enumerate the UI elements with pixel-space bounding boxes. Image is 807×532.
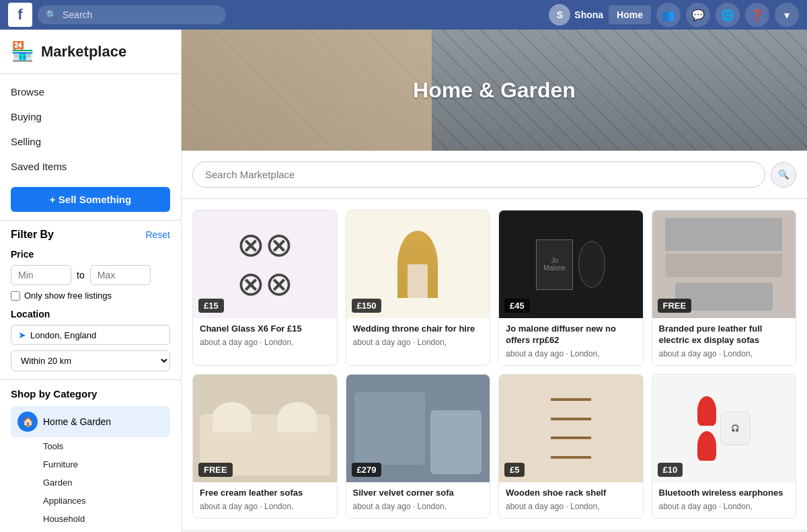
product-meta-4: about a day ago · London, <box>200 502 330 511</box>
product-title-5: Silver velvet corner sofa <box>353 488 484 499</box>
category-item-home-garden[interactable]: 🏠 Home & Garden <box>11 406 170 437</box>
product-meta-1: about a day ago · London, <box>353 338 484 347</box>
filter-header: Filter By Reset <box>11 229 170 241</box>
reset-filter-button[interactable]: Reset <box>145 229 170 240</box>
price-to-label: to <box>77 270 85 280</box>
sell-something-button[interactable]: + Sell Something <box>11 187 170 212</box>
help-icon[interactable]: ❓ <box>745 3 769 27</box>
sidebar-item-saved[interactable]: Saved Items <box>0 154 181 179</box>
marketplace-search-button[interactable]: 🔍 <box>771 162 796 188</box>
hero-left-panel <box>182 30 432 151</box>
sub-category-appliances[interactable]: Appliances <box>11 492 170 510</box>
marketplace-search-bar: 🔍 <box>182 151 807 199</box>
marketplace-title: Marketplace <box>41 43 126 61</box>
price-badge-6: £5 <box>504 463 525 477</box>
nav-left: f 🔍 <box>8 3 226 27</box>
product-meta-3: about a day ago · London, <box>659 349 790 358</box>
product-image-7: 🎧 £10 <box>652 375 796 482</box>
price-label: Price <box>11 249 170 260</box>
price-filter: Price to Only show free listings <box>11 249 170 301</box>
page-layout: 🏪 Marketplace Browse Buying Selling Save… <box>0 30 807 532</box>
product-image-0: ⊗⊗⊗⊗ £15 <box>193 211 337 318</box>
globe-icon[interactable]: 🌐 <box>716 3 740 27</box>
free-listings-label: Only show free listings <box>24 291 112 301</box>
product-title-1: Wedding throne chair for hire <box>353 324 484 335</box>
radius-select[interactable]: Within 20 km <box>11 350 170 371</box>
product-grid: ⊗⊗⊗⊗ £15 Chanel Glass X6 For £15 about a… <box>182 199 807 529</box>
product-card-1[interactable]: £150 Wedding throne chair for hire about… <box>346 210 491 366</box>
nav-right: S Shona Home 👥 💬 🌐 ❓ ▾ <box>549 3 799 27</box>
sidebar-item-buying[interactable]: Buying <box>0 104 181 129</box>
product-title-7: Bluetooth wireless earphones <box>659 488 790 499</box>
sidebar-item-selling[interactable]: Selling <box>0 129 181 154</box>
product-image-1: £150 <box>346 211 490 318</box>
global-search-bar[interactable]: 🔍 <box>38 5 226 24</box>
product-info-7: Bluetooth wireless earphones about a day… <box>652 482 796 518</box>
price-min-input[interactable] <box>11 265 71 285</box>
location-filter: Location ➤ Within 20 km <box>11 309 170 371</box>
price-badge-0: £15 <box>198 299 224 313</box>
home-button[interactable]: Home <box>609 5 651 24</box>
chanel-symbol: ⊗⊗⊗⊗ <box>237 225 293 303</box>
price-inputs: to <box>11 265 170 285</box>
price-badge-1: £150 <box>352 299 382 313</box>
product-image-2: JoMalone £45 <box>499 211 643 318</box>
marketplace-icon: 🏪 <box>11 40 34 63</box>
price-badge-5: £279 <box>352 463 382 477</box>
location-input-wrap[interactable]: ➤ <box>11 325 170 345</box>
global-search-input[interactable] <box>63 9 218 20</box>
location-label: Location <box>11 309 170 319</box>
friends-icon[interactable]: 👥 <box>656 3 681 27</box>
chevron-down-icon[interactable]: ▾ <box>775 3 799 27</box>
user-name: Shona <box>574 9 603 20</box>
product-title-0: Chanel Glass X6 For £15 <box>200 324 330 335</box>
product-meta-6: about a day ago · London, <box>506 502 636 511</box>
top-navigation: f 🔍 S Shona Home 👥 💬 🌐 ❓ ▾ <box>0 0 807 30</box>
product-card-3[interactable]: FREE Branded pure leather full electric … <box>652 210 797 366</box>
product-info-3: Branded pure leather full electric ex di… <box>652 318 796 365</box>
product-info-0: Chanel Glass X6 For £15 about a day ago … <box>193 318 337 354</box>
home-garden-icon: 🏠 <box>17 412 38 432</box>
product-title-2: Jo malone diffuser new no offers rrp£62 <box>506 324 636 346</box>
product-title-4: Free cream leather sofas <box>200 488 330 499</box>
product-card-7[interactable]: 🎧 £10 Bluetooth wireless earphones about… <box>652 374 797 519</box>
search-icon: 🔍 <box>46 9 57 20</box>
product-card-0[interactable]: ⊗⊗⊗⊗ £15 Chanel Glass X6 For £15 about a… <box>192 210 338 366</box>
product-info-2: Jo malone diffuser new no offers rrp£62 … <box>499 318 643 365</box>
product-card-4[interactable]: FREE Free cream leather sofas about a da… <box>192 374 338 519</box>
product-image-6: £5 <box>499 375 643 482</box>
product-info-1: Wedding throne chair for hire about a da… <box>346 318 490 354</box>
user-profile[interactable]: S Shona <box>549 4 603 26</box>
product-card-6[interactable]: £5 Wooden shoe rack shelf about a day ag… <box>498 374 644 519</box>
product-image-3: FREE <box>652 211 796 318</box>
price-max-input[interactable] <box>90 265 151 285</box>
product-title-3: Branded pure leather full electric ex di… <box>659 324 790 346</box>
product-info-6: Wooden shoe rack shelf about a day ago ·… <box>499 482 643 518</box>
free-listings-checkbox[interactable] <box>11 291 20 301</box>
facebook-logo[interactable]: f <box>8 3 32 27</box>
marketplace-search-input[interactable] <box>192 161 765 188</box>
product-info-4: Free cream leather sofas about a day ago… <box>193 482 337 518</box>
sub-category-furniture[interactable]: Furniture <box>11 455 170 473</box>
messenger-icon[interactable]: 💬 <box>686 3 710 27</box>
product-card-2[interactable]: JoMalone £45 Jo malone diffuser new no o… <box>498 210 644 366</box>
filter-by-label: Filter By <box>11 229 54 241</box>
hero-banner: Home & Garden <box>182 30 807 151</box>
sidebar: 🏪 Marketplace Browse Buying Selling Save… <box>0 30 182 532</box>
sub-category-tools[interactable]: Tools <box>11 437 170 455</box>
sidebar-item-browse[interactable]: Browse <box>0 79 181 104</box>
price-badge-7: £10 <box>658 463 683 477</box>
hero-title: Home & Garden <box>413 78 576 103</box>
product-image-5: £279 <box>346 375 490 482</box>
product-card-5[interactable]: £279 Silver velvet corner sofa about a d… <box>346 374 491 519</box>
location-input[interactable] <box>30 330 163 340</box>
category-title: Shop by Category <box>11 388 170 400</box>
avatar: S <box>549 4 570 26</box>
sidebar-marketplace-header: 🏪 Marketplace <box>0 40 181 74</box>
product-meta-7: about a day ago · London, <box>659 502 790 511</box>
product-title-6: Wooden shoe rack shelf <box>506 488 636 499</box>
product-info-5: Silver velvet corner sofa about a day ag… <box>346 482 490 518</box>
sub-category-household[interactable]: Household <box>11 510 170 528</box>
home-garden-label: Home & Garden <box>43 416 111 427</box>
sub-category-garden[interactable]: Garden <box>11 473 170 492</box>
